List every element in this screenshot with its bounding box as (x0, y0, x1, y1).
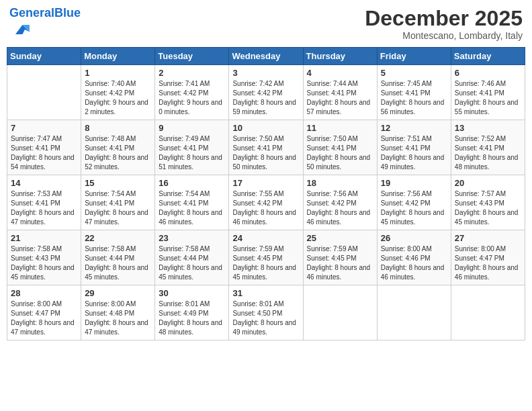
day-info: Sunrise: 7:45 AMSunset: 4:41 PMDaylight:… (381, 79, 447, 117)
day-number: 2 (159, 68, 225, 78)
day-info: Sunrise: 7:52 AMSunset: 4:41 PMDaylight:… (455, 134, 521, 172)
logo-text: GeneralBlue (9, 7, 81, 20)
cell-w5-d3: 30Sunrise: 8:01 AMSunset: 4:49 PMDayligh… (155, 285, 229, 340)
day-number: 5 (381, 68, 447, 78)
day-number: 29 (85, 288, 151, 298)
cell-w5-d6 (377, 285, 451, 340)
week-row-1: 1Sunrise: 7:40 AMSunset: 4:42 PMDaylight… (7, 64, 525, 120)
cell-w4-d3: 23Sunrise: 7:58 AMSunset: 4:44 PMDayligh… (155, 230, 229, 285)
cell-w5-d5 (303, 285, 377, 340)
day-info: Sunrise: 7:51 AMSunset: 4:41 PMDaylight:… (381, 134, 447, 172)
logo-icon (11, 20, 30, 39)
cell-w2-d1: 7Sunrise: 7:47 AMSunset: 4:41 PMDaylight… (7, 120, 81, 175)
page-header: GeneralBlue December 2025 Montescano, Lo… (7, 7, 525, 42)
day-info: Sunrise: 7:48 AMSunset: 4:41 PMDaylight:… (85, 134, 151, 172)
day-number: 28 (11, 288, 77, 298)
cell-w3-d3: 16Sunrise: 7:54 AMSunset: 4:41 PMDayligh… (155, 175, 229, 230)
day-info: Sunrise: 7:53 AMSunset: 4:41 PMDaylight:… (11, 189, 77, 227)
cell-w3-d5: 18Sunrise: 7:56 AMSunset: 4:42 PMDayligh… (303, 175, 377, 230)
cell-w2-d6: 12Sunrise: 7:51 AMSunset: 4:41 PMDayligh… (377, 120, 451, 175)
header-friday: Friday (377, 47, 451, 64)
cell-w4-d4: 24Sunrise: 7:59 AMSunset: 4:45 PMDayligh… (229, 230, 303, 285)
cell-w3-d4: 17Sunrise: 7:55 AMSunset: 4:42 PMDayligh… (229, 175, 303, 230)
day-number: 4 (307, 68, 373, 78)
day-number: 22 (85, 233, 151, 243)
calendar-body: 1Sunrise: 7:40 AMSunset: 4:42 PMDaylight… (7, 64, 525, 340)
title-block: December 2025 Montescano, Lombardy, Ital… (365, 7, 523, 41)
header-tuesday: Tuesday (155, 47, 229, 64)
day-number: 26 (381, 233, 447, 243)
day-number: 31 (232, 288, 299, 298)
header-saturday: Saturday (451, 47, 525, 64)
cell-w3-d2: 15Sunrise: 7:54 AMSunset: 4:41 PMDayligh… (81, 175, 155, 230)
cell-w2-d3: 9Sunrise: 7:49 AMSunset: 4:41 PMDaylight… (155, 120, 229, 175)
location-subtitle: Montescano, Lombardy, Italy (365, 30, 523, 41)
day-number: 12 (381, 123, 447, 133)
day-number: 13 (455, 123, 521, 133)
day-number: 30 (159, 288, 225, 298)
day-number: 15 (85, 178, 151, 188)
cell-w2-d4: 10Sunrise: 7:50 AMSunset: 4:41 PMDayligh… (229, 120, 303, 175)
day-info: Sunrise: 7:44 AMSunset: 4:41 PMDaylight:… (307, 79, 373, 117)
day-number: 24 (232, 233, 299, 243)
day-info: Sunrise: 7:42 AMSunset: 4:42 PMDaylight:… (232, 79, 299, 117)
day-info: Sunrise: 7:58 AMSunset: 4:44 PMDaylight:… (85, 244, 151, 282)
day-info: Sunrise: 7:57 AMSunset: 4:43 PMDaylight:… (455, 189, 521, 227)
day-info: Sunrise: 7:49 AMSunset: 4:41 PMDaylight:… (159, 134, 225, 172)
day-number: 8 (85, 123, 151, 133)
week-row-4: 21Sunrise: 7:58 AMSunset: 4:43 PMDayligh… (7, 230, 525, 285)
day-info: Sunrise: 7:50 AMSunset: 4:41 PMDaylight:… (232, 134, 299, 172)
header-monday: Monday (81, 47, 155, 64)
day-number: 19 (381, 178, 447, 188)
day-info: Sunrise: 7:55 AMSunset: 4:42 PMDaylight:… (232, 189, 299, 227)
day-info: Sunrise: 8:01 AMSunset: 4:50 PMDaylight:… (232, 300, 299, 337)
cell-w4-d7: 27Sunrise: 8:00 AMSunset: 4:47 PMDayligh… (451, 230, 525, 285)
cell-w2-d5: 11Sunrise: 7:50 AMSunset: 4:41 PMDayligh… (303, 120, 377, 175)
day-info: Sunrise: 7:41 AMSunset: 4:42 PMDaylight:… (159, 79, 225, 117)
cell-w4-d1: 21Sunrise: 7:58 AMSunset: 4:43 PMDayligh… (7, 230, 81, 285)
day-info: Sunrise: 7:46 AMSunset: 4:41 PMDaylight:… (455, 79, 521, 117)
header-sunday: Sunday (7, 47, 81, 64)
cell-w2-d7: 13Sunrise: 7:52 AMSunset: 4:41 PMDayligh… (451, 120, 525, 175)
day-info: Sunrise: 7:50 AMSunset: 4:41 PMDaylight:… (307, 134, 373, 172)
day-number: 6 (455, 68, 521, 78)
week-row-2: 7Sunrise: 7:47 AMSunset: 4:41 PMDaylight… (7, 120, 525, 175)
day-info: Sunrise: 7:40 AMSunset: 4:42 PMDaylight:… (85, 79, 151, 117)
day-number: 20 (455, 178, 521, 188)
cell-w4-d5: 25Sunrise: 7:59 AMSunset: 4:45 PMDayligh… (303, 230, 377, 285)
cell-w1-d5: 4Sunrise: 7:44 AMSunset: 4:41 PMDaylight… (303, 64, 377, 120)
cell-w1-d6: 5Sunrise: 7:45 AMSunset: 4:41 PMDaylight… (377, 64, 451, 120)
calendar-table: SundayMondayTuesdayWednesdayThursdayFrid… (7, 47, 525, 340)
day-number: 25 (307, 233, 373, 243)
cell-w5-d2: 29Sunrise: 8:00 AMSunset: 4:48 PMDayligh… (81, 285, 155, 340)
day-number: 1 (85, 68, 151, 78)
day-info: Sunrise: 8:00 AMSunset: 4:47 PMDaylight:… (455, 244, 521, 282)
day-number: 11 (307, 123, 373, 133)
cell-w3-d1: 14Sunrise: 7:53 AMSunset: 4:41 PMDayligh… (7, 175, 81, 230)
day-info: Sunrise: 8:00 AMSunset: 4:47 PMDaylight:… (11, 300, 77, 337)
day-info: Sunrise: 7:54 AMSunset: 4:41 PMDaylight:… (85, 189, 151, 227)
day-info: Sunrise: 7:59 AMSunset: 4:45 PMDaylight:… (232, 244, 299, 282)
day-info: Sunrise: 7:47 AMSunset: 4:41 PMDaylight:… (11, 134, 77, 172)
header-wednesday: Wednesday (229, 47, 303, 64)
logo-blue: Blue (54, 6, 81, 19)
cell-w4-d6: 26Sunrise: 8:00 AMSunset: 4:46 PMDayligh… (377, 230, 451, 285)
week-row-3: 14Sunrise: 7:53 AMSunset: 4:41 PMDayligh… (7, 175, 525, 230)
day-number: 21 (11, 233, 77, 243)
cell-w5-d7 (451, 285, 525, 340)
weekday-header-row: SundayMondayTuesdayWednesdayThursdayFrid… (7, 47, 525, 64)
day-number: 10 (232, 123, 299, 133)
day-info: Sunrise: 7:59 AMSunset: 4:45 PMDaylight:… (307, 244, 373, 282)
logo: GeneralBlue (9, 7, 81, 42)
cell-w1-d3: 2Sunrise: 7:41 AMSunset: 4:42 PMDaylight… (155, 64, 229, 120)
day-info: Sunrise: 7:56 AMSunset: 4:42 PMDaylight:… (307, 189, 373, 227)
day-number: 7 (11, 123, 77, 133)
day-number: 9 (159, 123, 225, 133)
day-info: Sunrise: 7:56 AMSunset: 4:42 PMDaylight:… (381, 189, 447, 227)
day-info: Sunrise: 8:00 AMSunset: 4:48 PMDaylight:… (85, 300, 151, 337)
cell-w4-d2: 22Sunrise: 7:58 AMSunset: 4:44 PMDayligh… (81, 230, 155, 285)
day-info: Sunrise: 7:54 AMSunset: 4:41 PMDaylight:… (159, 189, 225, 227)
cell-w3-d6: 19Sunrise: 7:56 AMSunset: 4:42 PMDayligh… (377, 175, 451, 230)
day-number: 16 (159, 178, 225, 188)
day-number: 27 (455, 233, 521, 243)
